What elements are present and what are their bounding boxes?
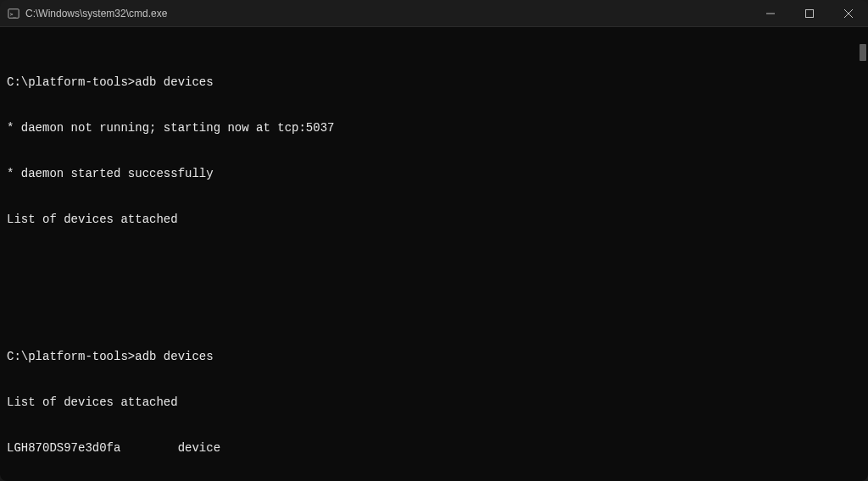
terminal-output[interactable]: C:\platform-tools>adb devices * daemon n… [0, 27, 868, 481]
terminal-line: * daemon started successfully [7, 166, 861, 181]
svg-rect-3 [806, 9, 814, 17]
window-title: C:\Windows\system32\cmd.exe [25, 8, 167, 19]
terminal-line: LGH870DS97e3d0fa device [7, 440, 861, 456]
terminal-line [7, 257, 861, 273]
close-button[interactable] [829, 0, 868, 26]
terminal-line: C:\platform-tools>adb devices [7, 349, 861, 364]
cmd-icon: >_ [7, 7, 20, 20]
terminal-line [7, 303, 861, 318]
scrollbar-thumb[interactable] [860, 44, 866, 61]
terminal-line: List of devices attached [7, 395, 861, 410]
titlebar: >_ C:\Windows\system32\cmd.exe [0, 0, 868, 27]
window-controls [751, 0, 868, 26]
terminal-line: * daemon not running; starting now at tc… [7, 120, 861, 135]
terminal-line: List of devices attached [7, 212, 861, 227]
minimize-button[interactable] [751, 0, 790, 26]
terminal-line: C:\platform-tools>adb devices [7, 75, 861, 90]
maximize-button[interactable] [790, 0, 829, 26]
svg-text:>_: >_ [10, 10, 17, 17]
